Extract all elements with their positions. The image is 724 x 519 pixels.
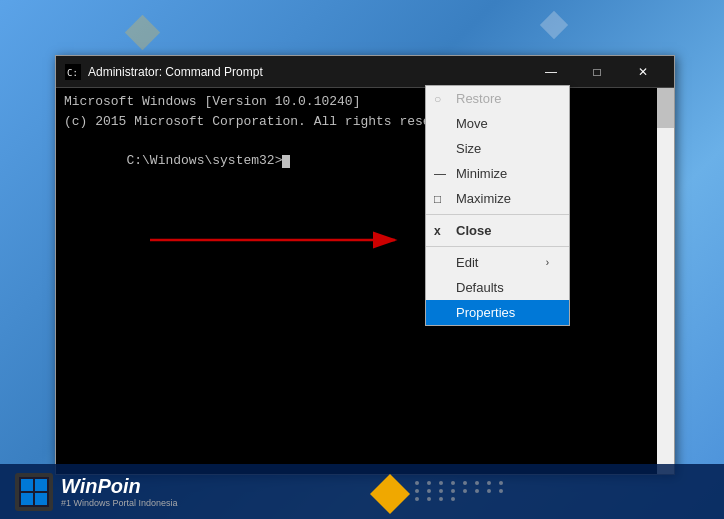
menu-item-close[interactable]: x Close bbox=[426, 218, 569, 243]
close-prefix: x bbox=[434, 224, 441, 238]
cmd-window: C: Administrator: Command Prompt — □ ✕ M… bbox=[55, 55, 675, 475]
decoration-diamond2 bbox=[540, 11, 568, 39]
maximize-prefix: □ bbox=[434, 192, 441, 206]
menu-item-minimize[interactable]: — Minimize bbox=[426, 161, 569, 186]
winpoin-icon bbox=[15, 473, 53, 511]
branding-bar: WinPoin #1 Windows Portal Indonesia bbox=[0, 464, 724, 519]
svg-rect-8 bbox=[35, 493, 47, 505]
svg-rect-6 bbox=[35, 479, 47, 491]
dots-pattern bbox=[415, 481, 507, 501]
edit-arrow: › bbox=[546, 257, 549, 268]
menu-item-edit[interactable]: Edit › bbox=[426, 250, 569, 275]
properties-label: Properties bbox=[456, 305, 515, 320]
restore-prefix: ○ bbox=[434, 92, 441, 106]
scrollbar-track[interactable] bbox=[657, 88, 674, 474]
winpoin-logo: WinPoin #1 Windows Portal Indonesia bbox=[15, 473, 178, 511]
move-label: Move bbox=[456, 116, 488, 131]
diamond-logo bbox=[370, 474, 410, 514]
titlebar: C: Administrator: Command Prompt — □ ✕ bbox=[56, 56, 674, 88]
cmd-line1: Microsoft Windows [Version 10.0.10240] bbox=[64, 92, 666, 112]
restore-label: Restore bbox=[456, 91, 502, 106]
cmd-output-area[interactable]: Microsoft Windows [Version 10.0.10240] (… bbox=[56, 88, 674, 474]
brand-tagline: #1 Windows Portal Indonesia bbox=[61, 498, 178, 508]
menu-item-size[interactable]: Size bbox=[426, 136, 569, 161]
maximize-label: Maximize bbox=[456, 191, 511, 206]
brand-name: WinPoin bbox=[61, 475, 141, 497]
window-controls: — □ ✕ bbox=[528, 56, 666, 88]
close-label: Close bbox=[456, 223, 491, 238]
desktop: C: Administrator: Command Prompt — □ ✕ M… bbox=[0, 0, 724, 519]
menu-item-move[interactable]: Move bbox=[426, 111, 569, 136]
minimize-label: Minimize bbox=[456, 166, 507, 181]
menu-item-maximize[interactable]: □ Maximize bbox=[426, 186, 569, 211]
menu-separator1 bbox=[426, 214, 569, 215]
cmd-prompt-line: C:\Windows\system32> bbox=[64, 131, 666, 190]
minimize-button[interactable]: — bbox=[528, 56, 574, 88]
svg-rect-5 bbox=[21, 479, 33, 491]
winpoin-text: WinPoin #1 Windows Portal Indonesia bbox=[61, 475, 178, 508]
menu-item-defaults[interactable]: Defaults bbox=[426, 275, 569, 300]
scrollbar-thumb[interactable] bbox=[657, 88, 674, 128]
minimize-prefix: — bbox=[434, 167, 446, 181]
cmd-line2: (c) 2015 Microsoft Corporation. All righ… bbox=[64, 112, 666, 132]
defaults-label: Defaults bbox=[456, 280, 504, 295]
yellow-diamond-shape bbox=[370, 474, 410, 514]
context-menu: ○ Restore Move Size — Minimize □ Maximiz… bbox=[425, 85, 570, 326]
decoration-diamond1 bbox=[125, 15, 160, 50]
close-button[interactable]: ✕ bbox=[620, 56, 666, 88]
svg-rect-7 bbox=[21, 493, 33, 505]
cmd-icon: C: bbox=[64, 63, 82, 81]
menu-item-properties[interactable]: Properties bbox=[426, 300, 569, 325]
maximize-button[interactable]: □ bbox=[574, 56, 620, 88]
svg-text:C:: C: bbox=[67, 68, 78, 78]
size-label: Size bbox=[456, 141, 481, 156]
menu-separator2 bbox=[426, 246, 569, 247]
cursor bbox=[282, 155, 290, 168]
edit-label: Edit bbox=[456, 255, 478, 270]
menu-item-restore[interactable]: ○ Restore bbox=[426, 86, 569, 111]
window-title: Administrator: Command Prompt bbox=[88, 65, 528, 79]
